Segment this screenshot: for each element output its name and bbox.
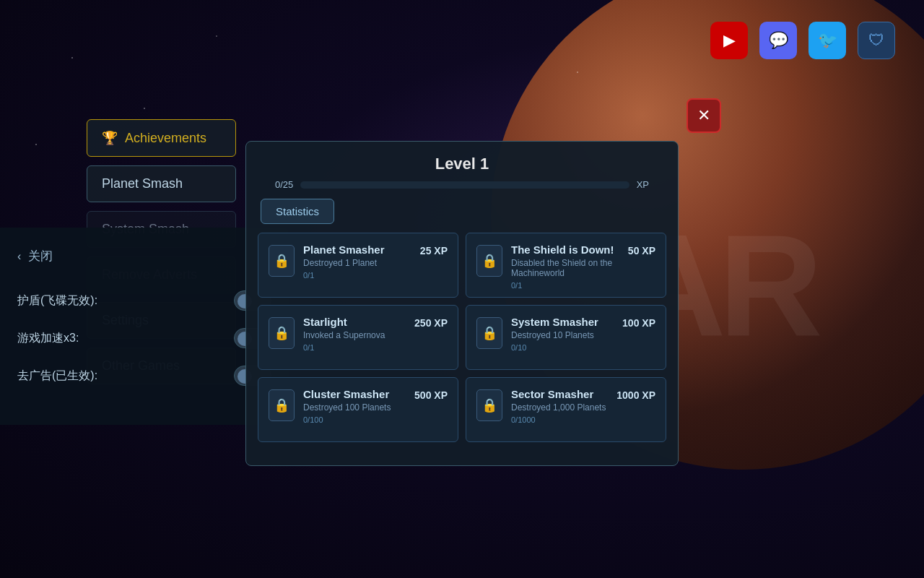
lock-icon-5: 🔒 [476,389,502,421]
card-desc-5: Destroyed 1,000 Planets [511,402,608,413]
lock-icon-2: 🔒 [269,317,295,349]
card-progress-2: 0/1 [303,343,406,352]
card-title-0: Planet Smasher [303,243,411,256]
lock-icon-3: 🔒 [476,317,502,349]
lock-icon-1: 🔒 [476,245,502,277]
card-progress-1: 0/1 [511,281,619,290]
card-body-0: Planet Smasher Destroyed 1 Planet 0/1 [303,243,411,280]
modal-header: Level 1 0/25 XP [246,142,678,190]
achievement-card-3: 🔒 System Smasher Destroyed 10 Planets 0/… [466,305,666,370]
lock-icon-4: 🔒 [269,389,295,421]
card-desc-1: Disabled the Shield on the Machineworld [511,258,619,278]
card-xp-1: 50 XP [628,245,655,256]
modal-overlay: ✕ Level 1 0/25 XP Statistics 🔒 [0,0,924,578]
cards-grid: 🔒 Planet Smasher Destroyed 1 Planet 0/1 … [246,224,678,451]
card-body-3: System Smasher Destroyed 10 Planets 0/10 [511,316,614,352]
card-title-4: Cluster Smasher [303,388,406,400]
card-progress-5: 0/1000 [511,415,608,424]
statistics-tab[interactable]: Statistics [261,199,334,224]
lock-icon-0: 🔒 [269,245,295,277]
card-body-2: Starlight Invoked a Supernova 0/1 [303,316,406,352]
card-desc-4: Destroyed 100 Planets [303,402,406,413]
statistics-tab-label: Statistics [276,205,319,217]
card-xp-0: 25 XP [420,245,448,256]
achievement-card-4: 🔒 Cluster Smasher Destroyed 100 Planets … [258,377,458,442]
card-xp-5: 1000 XP [616,389,655,401]
modal-title: Level 1 [261,155,663,173]
card-body-5: Sector Smasher Destroyed 1,000 Planets 0… [511,388,608,424]
close-icon: ✕ [697,106,710,125]
tab-bar: Statistics [246,190,678,224]
card-title-3: System Smasher [511,316,614,328]
card-xp-2: 250 XP [414,317,448,329]
modal-close-button[interactable]: ✕ [687,98,721,133]
card-body-4: Cluster Smasher Destroyed 100 Planets 0/… [303,388,406,424]
achievement-card-0: 🔒 Planet Smasher Destroyed 1 Planet 0/1 … [258,233,458,298]
xp-bar-track [300,181,629,189]
card-title-2: Starlight [303,316,406,328]
card-xp-3: 100 XP [622,317,655,329]
card-desc-0: Destroyed 1 Planet [303,258,411,268]
card-title-1: The Shield is Down! [511,243,619,256]
achievement-card-5: 🔒 Sector Smasher Destroyed 1,000 Planets… [466,377,666,442]
achievement-card-2: 🔒 Starlight Invoked a Supernova 0/1 250 … [258,305,458,370]
card-xp-4: 500 XP [414,389,448,401]
xp-current-label: 0/25 [275,179,293,190]
level-modal: ✕ Level 1 0/25 XP Statistics 🔒 [245,141,679,466]
card-progress-4: 0/100 [303,415,406,424]
card-title-5: Sector Smasher [511,388,608,400]
xp-bar-container: 0/25 XP [275,179,649,190]
xp-suffix-label: XP [637,179,649,190]
card-progress-0: 0/1 [303,271,411,280]
card-desc-2: Invoked a Supernova [303,330,406,340]
achievement-card-1: 🔒 The Shield is Down! Disabled the Shiel… [466,233,666,298]
card-progress-3: 0/10 [511,343,614,352]
card-body-1: The Shield is Down! Disabled the Shield … [511,243,619,290]
card-desc-3: Destroyed 10 Planets [511,330,614,340]
